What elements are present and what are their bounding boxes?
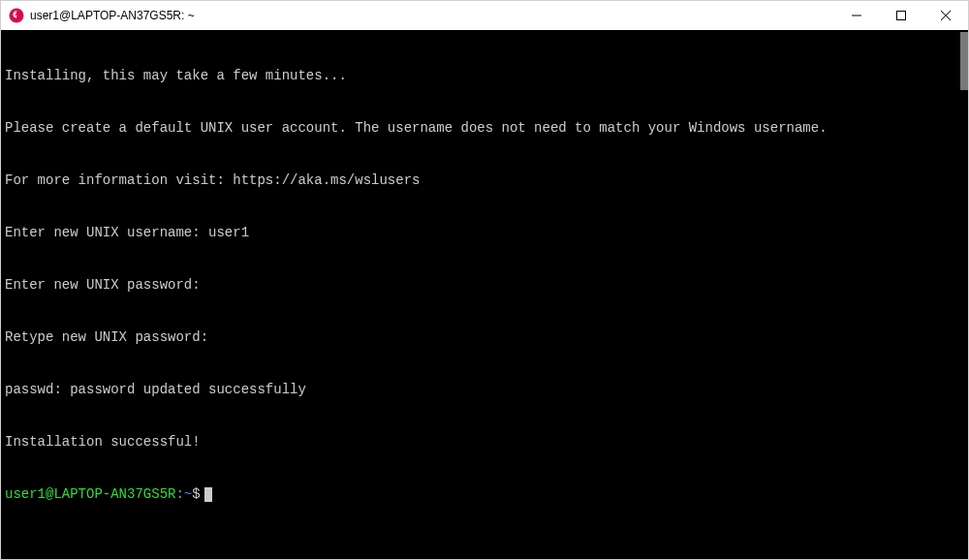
minimize-button[interactable] [834,1,879,30]
prompt-colon: : [175,486,183,502]
cursor [204,487,212,502]
prompt-dollar: $ [192,486,200,502]
terminal-body[interactable]: Installing, this may take a few minutes.… [1,30,968,559]
window-controls [834,1,968,30]
terminal-line: Installation successful! [5,433,964,451]
terminal-window: user1@LAPTOP-AN37GS5R: ~ Installing, thi… [0,0,969,560]
close-button[interactable] [923,1,968,30]
prompt-line: user1@LAPTOP-AN37GS5R:~$ [5,485,964,503]
terminal-line: Please create a default UNIX user accoun… [5,119,964,137]
titlebar[interactable]: user1@LAPTOP-AN37GS5R: ~ [1,1,968,30]
terminal-line: Installing, this may take a few minutes.… [5,67,964,84]
window-title: user1@LAPTOP-AN37GS5R: ~ [30,9,834,22]
terminal-line: Retype new UNIX password: [5,328,964,346]
svg-rect-2 [897,12,906,20]
prompt-user-host: user1@LAPTOP-AN37GS5R [5,486,175,502]
prompt-path: ~ [184,486,192,502]
terminal-line: Enter new UNIX username: user1 [5,224,964,241]
debian-icon [9,8,24,23]
scrollbar-thumb[interactable] [960,32,968,90]
terminal-line: For more information visit: https://aka.… [5,171,964,189]
terminal-line: passwd: password updated successfully [5,381,964,398]
maximize-button[interactable] [879,1,923,30]
terminal-line: Enter new UNIX password: [5,276,964,294]
